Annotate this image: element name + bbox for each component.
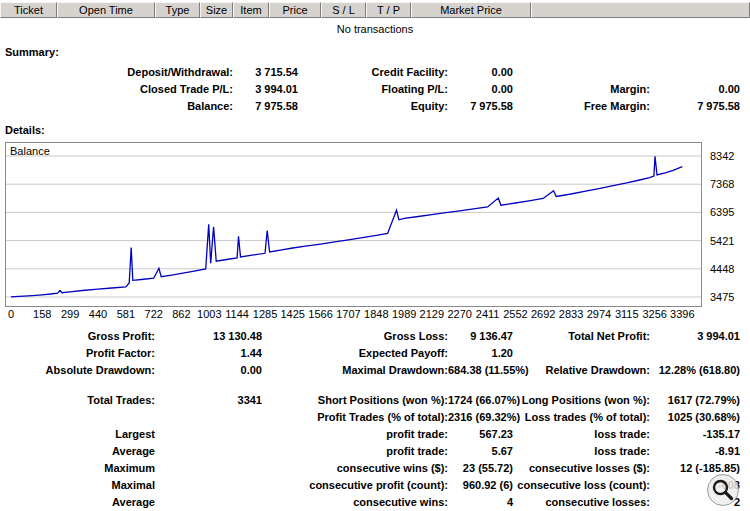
stat-value: 960.92 (6): [448, 477, 513, 494]
stat-value: 9 136.47: [448, 328, 513, 345]
details-section-title: Details:: [5, 124, 750, 137]
stat-label: Profit Factor:: [0, 345, 155, 362]
x-axis-tick: 2552: [503, 308, 527, 320]
stat-value: 1617 (72.79%): [650, 392, 740, 409]
y-axis-tick: 4448: [710, 263, 734, 275]
x-axis-tick: 440: [89, 308, 107, 320]
stat-label: Balance:: [0, 98, 233, 115]
stat-value: -135.17: [650, 426, 740, 443]
stat-label: Gross Profit:: [0, 328, 155, 345]
stat-label: [513, 64, 650, 81]
stat-value: [650, 345, 740, 362]
stat-label: Maximal: [0, 477, 155, 494]
mt4-statement-report: { "transactions": { "columns": ["Ticket"…: [0, 0, 750, 511]
chart-y-axis: 347544485421639573688342: [706, 142, 750, 307]
y-axis-tick: 6395: [710, 206, 734, 218]
stat-label: Long Positions (won %):: [513, 392, 650, 409]
zoom-overlay-icon[interactable]: [706, 473, 740, 507]
stat-value: [155, 494, 262, 511]
stat-label: Short Positions (won %):: [262, 392, 448, 409]
column-header-item: Item: [233, 2, 269, 18]
stat-label: Free Margin:: [513, 98, 650, 115]
stat-value: 23 (55.72): [448, 460, 513, 477]
stat-label: Maximum: [0, 460, 155, 477]
stat-value: 7 975.58: [448, 98, 513, 115]
stat-value: -8.91: [650, 443, 740, 460]
stat-label: Absolute Drawdown:: [0, 362, 155, 379]
stat-value: 7 975.58: [650, 98, 740, 115]
x-axis-tick: 158: [33, 308, 51, 320]
chart-x-axis: 0158299440581722862100311441285142515661…: [5, 308, 702, 322]
statistics-grid: Gross Profit:13 130.48Gross Loss:9 136.4…: [0, 328, 750, 511]
x-axis-tick: 2692: [531, 308, 555, 320]
stat-value: 1.44: [155, 345, 262, 362]
column-header-ticket: Ticket: [0, 2, 57, 18]
transactions-table-header: TicketOpen TimeTypeSizeItemPriceS / LT /…: [0, 2, 750, 18]
balance-chart-area: Balance 347544485421639573688342: [5, 142, 750, 307]
stat-label: Credit Facility:: [298, 64, 448, 81]
stat-label: loss trade:: [513, 426, 650, 443]
stat-label: Average: [0, 443, 155, 460]
stat-label: profit trade:: [262, 443, 448, 460]
stat-value: 3 994.01: [650, 328, 740, 345]
column-header-open-time: Open Time: [57, 2, 155, 18]
stat-value: 7 975.58: [233, 98, 298, 115]
stat-label: Gross Loss:: [262, 328, 448, 345]
stat-value: 0.00: [448, 81, 513, 98]
stat-label: Deposit/Withdrawal:: [0, 64, 233, 81]
y-axis-tick: 7368: [710, 178, 734, 190]
x-axis-tick: 581: [117, 308, 135, 320]
x-axis-tick: 722: [145, 308, 163, 320]
stat-value: [155, 460, 262, 477]
stat-label: consecutive profit (count):: [262, 477, 448, 494]
x-axis-tick: 3396: [670, 308, 694, 320]
stat-label: Maximal Drawdown:: [262, 362, 448, 379]
stat-value: 4: [448, 494, 513, 511]
x-axis-tick: 3115: [615, 308, 639, 320]
y-axis-tick: 3475: [710, 291, 734, 303]
stat-value: [155, 443, 262, 460]
y-axis-tick: 8342: [710, 150, 734, 162]
stat-label: consecutive losses:: [513, 494, 650, 511]
x-axis-tick: 1566: [308, 308, 332, 320]
stat-label: [513, 345, 650, 362]
x-axis-tick: 1848: [364, 308, 388, 320]
summary-section-title: Summary:: [5, 46, 750, 59]
stat-label: Total Net Profit:: [513, 328, 650, 345]
stat-value: 3 994.01: [233, 81, 298, 98]
stat-label: Expected Payoff:: [262, 345, 448, 362]
column-header-size: Size: [200, 2, 233, 18]
stat-label: loss trade:: [513, 443, 650, 460]
column-header-s-l: S / L: [321, 2, 366, 18]
stat-value: 2316 (69.32%): [448, 409, 513, 426]
no-transactions-text: No transactions: [0, 23, 750, 37]
x-axis-tick: 1003: [197, 308, 221, 320]
balance-line-chart: [6, 143, 701, 306]
balance-chart: Balance: [5, 142, 702, 307]
x-axis-tick: 1285: [253, 308, 277, 320]
stat-value: 12.28% (618.80): [650, 362, 740, 379]
stat-value: 567.23: [448, 426, 513, 443]
column-header-t-p: T / P: [366, 2, 411, 18]
stat-value: 3 715.54: [233, 64, 298, 81]
stat-value: 1025 (30.68%): [650, 409, 740, 426]
stat-value: 684.38 (11.55%): [448, 362, 513, 379]
stat-value: 1724 (66.07%): [448, 392, 513, 409]
column-header-filler: [531, 2, 750, 18]
x-axis-tick: 299: [61, 308, 79, 320]
x-axis-tick: 0: [8, 308, 14, 320]
stat-label: Loss trades (% of total):: [513, 409, 650, 426]
stat-label: Closed Trade P/L:: [0, 81, 233, 98]
stat-value: 3341: [155, 392, 262, 409]
x-axis-tick: 1707: [336, 308, 360, 320]
stat-value: 0.00: [448, 64, 513, 81]
stat-label: consecutive losses ($):: [513, 460, 650, 477]
column-header-price: Price: [269, 2, 321, 18]
stat-value: [155, 477, 262, 494]
x-axis-tick: 2411: [476, 308, 500, 320]
stat-label: Floating P/L:: [298, 81, 448, 98]
stat-label: consecutive wins:: [262, 494, 448, 511]
x-axis-tick: 2833: [559, 308, 583, 320]
stat-value: 0.00: [650, 81, 740, 98]
row-spacer: [0, 379, 740, 392]
